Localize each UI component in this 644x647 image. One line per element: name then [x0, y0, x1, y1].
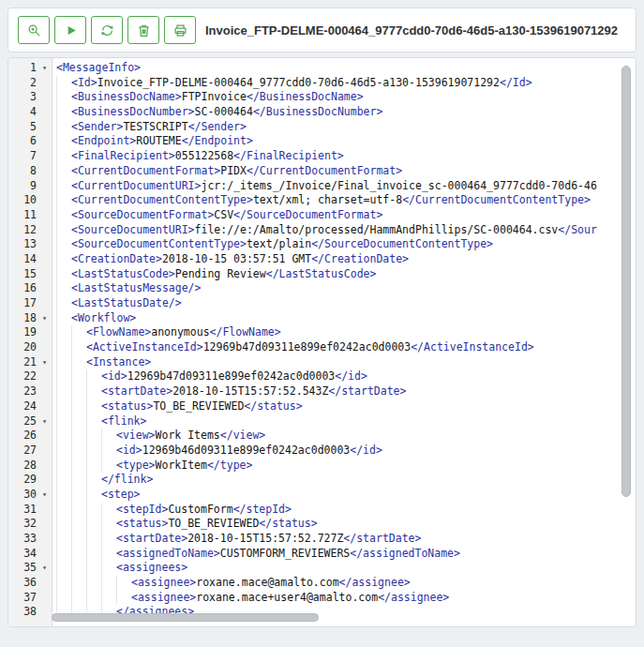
print-button[interactable]: [164, 16, 196, 44]
code-line[interactable]: 1▾<MessageInfo>: [8, 61, 636, 76]
code-line[interactable]: 35▾<assignees>: [8, 561, 636, 576]
fold-toggle-icon[interactable]: ▾: [37, 488, 52, 503]
code-line[interactable]: 32<status>TO_BE_REVIEWED</status>: [8, 517, 636, 532]
code-line[interactable]: 17<LastStatusDate/>: [8, 296, 636, 311]
fold-toggle-icon[interactable]: ▾: [37, 311, 52, 326]
code-line[interactable]: 34<assignedToName>CUSTOMFORM_REVIEWERS</…: [8, 547, 636, 562]
xml-editor[interactable]: 1▾<MessageInfo>2<Id>Invoice_FTP-DELME-00…: [7, 57, 637, 627]
line-gutter: 28: [8, 459, 52, 474]
code-line[interactable]: 24<status>TO_BE_REVIEWED</status>: [8, 399, 636, 414]
code-line[interactable]: 9<CurrentDocumentURI>jcr:/_items_/Invoic…: [8, 179, 636, 194]
refresh-icon: [99, 23, 115, 38]
code-line[interactable]: 4<BusinessDocNumber>SC-000464</BusinessD…: [8, 105, 636, 120]
indent-guides: [56, 237, 71, 252]
code-line[interactable]: 26<view>Work Items</view>: [8, 429, 636, 444]
horizontal-scrollbar[interactable]: [52, 613, 319, 622]
indent-guides: [56, 591, 131, 606]
code-text: <ActiveInstanceId>12969b47d09311e899ef02…: [52, 340, 636, 355]
code-line[interactable]: 6<Endpoint>ROUTEME</Endpoint>: [8, 134, 636, 149]
code-line[interactable]: 28<type>WorkItem</type>: [8, 459, 636, 474]
fold-gutter-spacer: [37, 179, 52, 194]
code-line[interactable]: 25▾<flink>: [8, 414, 636, 429]
code-line[interactable]: 8<CurrentDocumentFormat>PIDX</CurrentDoc…: [8, 164, 636, 179]
fold-gutter-spacer: [37, 223, 52, 238]
code-line[interactable]: 5<Sender>TESTSCRIPT</Sender>: [8, 120, 636, 135]
code-line[interactable]: 23<startDate>2018-10-15T15:57:52.543Z</s…: [8, 384, 636, 399]
fold-toggle-icon[interactable]: ▾: [37, 61, 52, 76]
fold-gutter-spacer: [37, 576, 52, 591]
code-line[interactable]: 20<ActiveInstanceId>12969b47d09311e899ef…: [8, 340, 636, 355]
delete-button[interactable]: [127, 16, 159, 44]
code-text: <stepId>CustomForm</stepId>: [52, 503, 636, 518]
code-text: <id>12969b47d09311e899ef0242ac0d0003</id…: [52, 369, 636, 384]
code-line[interactable]: 27<id>12969b46d09311e899ef0242ac0d0003</…: [8, 444, 636, 459]
code-text: <flink>: [52, 414, 636, 429]
code-text: <Endpoint>ROUTEME</Endpoint>: [52, 134, 636, 149]
fold-toggle-icon[interactable]: ▾: [37, 355, 52, 370]
code-line[interactable]: 15<LastStatusCode>Pending Review</LastSt…: [8, 267, 636, 282]
fold-gutter-spacer: [37, 164, 52, 179]
code-line[interactable]: 37<assignee>roxane.mace+user4@amalto.com…: [8, 591, 636, 606]
code-line[interactable]: 22<id>12969b47d09311e899ef0242ac0d0003</…: [8, 369, 636, 384]
line-number: 4: [8, 105, 37, 120]
code-line[interactable]: 11<SourceDocumentFormat>CSV</SourceDocum…: [8, 208, 636, 223]
code-line[interactable]: 21▾<Instance>: [8, 355, 636, 370]
fold-toggle-icon[interactable]: ▾: [37, 414, 52, 429]
line-number: 16: [8, 281, 37, 296]
code-line[interactable]: 30▾<step>: [8, 488, 636, 503]
code-text: </flink>: [52, 473, 636, 488]
fold-gutter-spacer: [37, 605, 52, 620]
code-text: <Id>Invoice_FTP-DELME-000464_9777cdd0-70…: [52, 76, 636, 91]
code-line[interactable]: 16<LastStatusMessage/>: [8, 281, 636, 296]
zoom-button[interactable]: [18, 16, 50, 44]
code-line[interactable]: 33<startDate>2018-10-15T15:57:52.727Z</s…: [8, 532, 636, 547]
fold-gutter-spacer: [37, 532, 52, 547]
line-number: 32: [8, 517, 37, 532]
fold-gutter-spacer: [37, 369, 52, 384]
line-number: 10: [8, 193, 37, 208]
run-button[interactable]: [54, 16, 86, 44]
vertical-scrollbar[interactable]: [622, 66, 631, 497]
code-line[interactable]: 31<stepId>CustomForm</stepId>: [8, 503, 636, 518]
indent-guides: [56, 414, 101, 429]
line-number: 20: [8, 340, 37, 355]
refresh-button[interactable]: [91, 16, 123, 44]
code-text: <BusinessDocName>FTPInvoice</BusinessDoc…: [52, 90, 636, 105]
indent-guides: [56, 134, 71, 149]
code-text: <SourceDocumentURI>file://e:/Amalto/proc…: [52, 223, 636, 238]
line-gutter: 20: [8, 340, 52, 355]
code-line[interactable]: 3<BusinessDocName>FTPInvoice</BusinessDo…: [8, 90, 636, 105]
code-text: <view>Work Items</view>: [52, 429, 636, 444]
line-number: 28: [8, 459, 37, 474]
line-gutter: 30▾: [8, 488, 52, 503]
fold-gutter-spacer: [37, 237, 52, 252]
line-number: 38: [8, 605, 37, 620]
line-gutter: 32: [8, 517, 52, 532]
code-line[interactable]: 14<CreationDate>2018-10-15 03:57:51 GMT<…: [8, 252, 636, 267]
line-gutter: 19: [8, 325, 52, 340]
indent-guides: [56, 576, 131, 591]
line-number: 34: [8, 547, 37, 562]
code-line[interactable]: 18▾<Workflow>: [8, 311, 636, 326]
printer-icon: [172, 23, 188, 38]
code-line[interactable]: 10<CurrentDocumentContentType>text/xml; …: [8, 193, 636, 208]
indent-guides: [56, 223, 71, 238]
code-line[interactable]: 7<FinalRecipient>055122568</FinalRecipie…: [8, 149, 636, 164]
code-line[interactable]: 29</flink>: [8, 473, 636, 488]
code-text: <LastStatusDate/>: [52, 296, 636, 311]
indent-guides: [56, 488, 101, 503]
code-line[interactable]: 19<FlowName>anonymous</FlowName>: [8, 325, 636, 340]
fold-toggle-icon[interactable]: ▾: [37, 561, 52, 576]
line-number: 26: [8, 429, 37, 444]
code-text: <startDate>2018-10-15T15:57:52.543Z</sta…: [52, 384, 636, 399]
code-line[interactable]: 2<Id>Invoice_FTP-DELME-000464_9777cdd0-7…: [8, 76, 636, 91]
code-text: <CurrentDocumentFormat>PIDX</CurrentDocu…: [52, 164, 636, 179]
indent-guides: [56, 355, 86, 370]
line-gutter: 2: [8, 76, 52, 91]
code-line[interactable]: 36<assignee>roxane.mace@amalto.com</assi…: [8, 576, 636, 591]
line-gutter: 9: [8, 179, 52, 194]
code-line[interactable]: 12<SourceDocumentURI>file://e:/Amalto/pr…: [8, 223, 636, 238]
line-number: 13: [8, 237, 37, 252]
code-line[interactable]: 13<SourceDocumentContentType>text/plain<…: [8, 237, 636, 252]
line-gutter: 6: [8, 134, 52, 149]
